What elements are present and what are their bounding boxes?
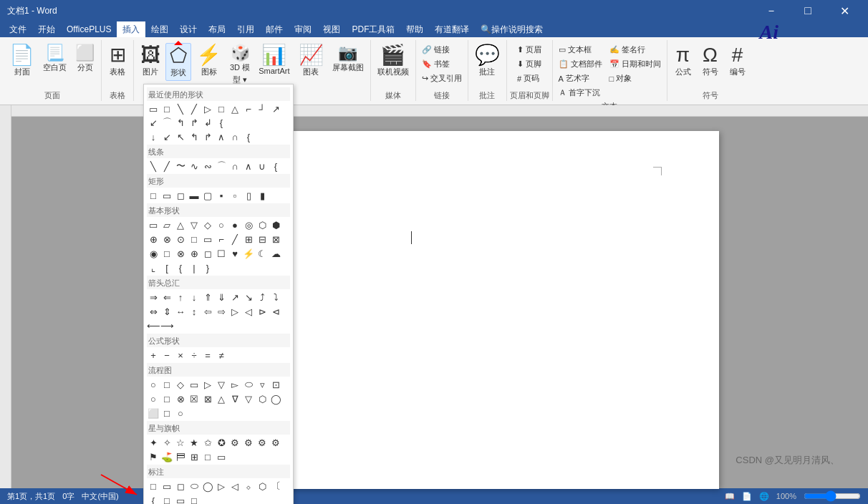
menu-references[interactable]: 引用 — [231, 21, 260, 37]
basic5[interactable]: ◇ — [201, 218, 214, 231]
ribbon-btn-video[interactable]: 🎬 联机视频 — [374, 43, 413, 79]
shape-b6[interactable]: ∧ — [215, 130, 228, 143]
shape-arrow2[interactable]: ↙ — [147, 116, 160, 129]
flag6[interactable]: ▭ — [215, 450, 228, 463]
ribbon-btn-comment[interactable]: 💬 批注 — [471, 43, 503, 79]
basic1[interactable]: ▭ — [147, 218, 160, 231]
ribbon-btn-footer[interactable]: ⬇ 页脚 — [514, 57, 544, 71]
flow15[interactable]: ⊠ — [201, 392, 214, 405]
ribbon-btn-docpart[interactable]: 📋 文档部件 — [556, 57, 605, 71]
ribbon-btn-bookmark[interactable]: 🔖 书签 — [419, 57, 465, 71]
basic17[interactable]: ╱ — [228, 233, 241, 246]
basic27[interactable]: ♥ — [228, 247, 241, 260]
menu-help[interactable]: 帮助 — [400, 21, 429, 37]
flag2[interactable]: ⛳ — [160, 450, 173, 463]
close-button[interactable]: ✕ — [828, 0, 861, 21]
ribbon-btn-cover[interactable]: 📄 封面 — [6, 43, 38, 79]
star4[interactable]: ★ — [188, 436, 201, 449]
basic12[interactable]: ⊗ — [160, 233, 173, 246]
shape-b8[interactable]: { — [242, 130, 255, 143]
basic20[interactable]: ⊠ — [269, 233, 282, 246]
basic29[interactable]: ☾ — [256, 247, 269, 260]
basic25[interactable]: ◻ — [201, 247, 214, 260]
call5[interactable]: ◯ — [201, 480, 214, 493]
basic28[interactable]: ⚡ — [242, 247, 255, 260]
basic23[interactable]: ⊗ — [174, 247, 187, 260]
call2[interactable]: ▭ — [160, 480, 173, 493]
ribbon-btn-link[interactable]: 🔗 链接 — [419, 43, 465, 57]
ribbon-btn-wordart[interactable]: A 艺术字 — [556, 72, 605, 85]
basic33[interactable]: { — [174, 261, 187, 274]
flow6[interactable]: ▽ — [215, 378, 228, 391]
menu-file[interactable]: 文件 — [4, 21, 32, 37]
line-arc[interactable]: ⌒ — [215, 160, 228, 173]
flow22[interactable]: □ — [160, 407, 173, 420]
menu-officeplus[interactable]: OfficePLUS — [61, 21, 117, 37]
basic14[interactable]: □ — [188, 233, 201, 246]
line-curve1[interactable]: ∿ — [188, 160, 201, 173]
zoom-slider[interactable] — [804, 490, 861, 502]
shape-arrow3[interactable]: ↰ — [174, 116, 187, 129]
basic32[interactable]: [ — [160, 261, 173, 274]
arr1[interactable]: ⇒ — [147, 291, 160, 304]
ribbon-btn-object[interactable]: □ 对象 — [607, 72, 664, 85]
arr17[interactable]: ▷ — [228, 305, 241, 318]
call10[interactable]: 〔 — [269, 480, 282, 493]
flow16[interactable]: △ — [215, 392, 228, 405]
flow23[interactable]: ○ — [174, 407, 187, 420]
line-curve2[interactable]: ∾ — [201, 160, 214, 173]
basic15[interactable]: ▭ — [201, 233, 214, 246]
shape-arrow4[interactable]: ↱ — [188, 116, 201, 129]
flow10[interactable]: ⊡ — [269, 378, 282, 391]
ribbon-btn-shape[interactable]: ⬠ 形状 — [165, 43, 191, 81]
arr9[interactable]: ⤴ — [256, 291, 269, 304]
star5[interactable]: ✩ — [201, 436, 214, 449]
flow2[interactable]: □ — [160, 378, 173, 391]
basic7[interactable]: ● — [228, 218, 241, 231]
flow8[interactable]: ⬭ — [242, 378, 255, 391]
flow5[interactable]: ▷ — [201, 378, 214, 391]
arr14[interactable]: ↕ — [188, 305, 201, 318]
shape-rect2[interactable]: □ — [215, 102, 228, 115]
minimize-button[interactable]: － — [755, 0, 788, 21]
arr18[interactable]: ◁ — [242, 305, 255, 318]
menu-youdao[interactable]: 有道翻译 — [429, 21, 475, 37]
menu-home[interactable]: 开始 — [32, 21, 61, 37]
ribbon-btn-screenshot[interactable]: 📷 屏幕截图 — [329, 43, 367, 75]
line-straight[interactable]: ╲ — [147, 160, 160, 173]
arr6[interactable]: ⇓ — [215, 291, 228, 304]
basic21[interactable]: ◉ — [147, 247, 160, 260]
ribbon-btn-smartart[interactable]: 📊 SmartArt — [255, 43, 293, 77]
shape-b4[interactable]: ↰ — [188, 130, 201, 143]
call12[interactable]: □ — [160, 494, 173, 504]
arr3[interactable]: ↑ — [174, 291, 187, 304]
arr2[interactable]: ⇐ — [160, 291, 173, 304]
basic10[interactable]: ⬢ — [269, 218, 282, 231]
basic34[interactable]: | — [188, 261, 201, 274]
basic35[interactable]: } — [201, 261, 214, 274]
basic3[interactable]: △ — [174, 218, 187, 231]
form1[interactable]: + — [147, 349, 160, 362]
view-web[interactable]: 🌐 — [759, 492, 769, 501]
flow3[interactable]: ◇ — [174, 378, 187, 391]
ribbon-btn-numbering[interactable]: # 编号 — [725, 43, 751, 79]
call3[interactable]: ◻ — [174, 480, 187, 493]
basic6[interactable]: ○ — [215, 218, 228, 231]
rect4[interactable]: ▬ — [188, 189, 201, 202]
ribbon-btn-textbox[interactable]: ▭ 文本框 — [556, 43, 605, 57]
flow21[interactable]: ⬜ — [147, 407, 160, 420]
shape-brace1[interactable]: { — [215, 116, 228, 129]
basic31[interactable]: ⌞ — [147, 261, 160, 274]
line-cup[interactable]: ∪ — [256, 160, 269, 173]
line-diag[interactable]: ╱ — [160, 160, 173, 173]
ribbon-btn-signature[interactable]: ✍ 签名行 — [607, 43, 664, 57]
arr22[interactable]: ⟶ — [160, 319, 173, 332]
star9[interactable]: ⚙ — [256, 436, 269, 449]
call9[interactable]: ⬡ — [256, 480, 269, 493]
ribbon-btn-page-break[interactable]: ⬜ 分页 — [72, 43, 98, 75]
shape-corner[interactable]: ⌐ — [242, 102, 255, 115]
call7[interactable]: ◁ — [228, 480, 241, 493]
star3[interactable]: ☆ — [174, 436, 187, 449]
basic26[interactable]: ☐ — [215, 247, 228, 260]
shape-square[interactable]: □ — [160, 102, 173, 115]
